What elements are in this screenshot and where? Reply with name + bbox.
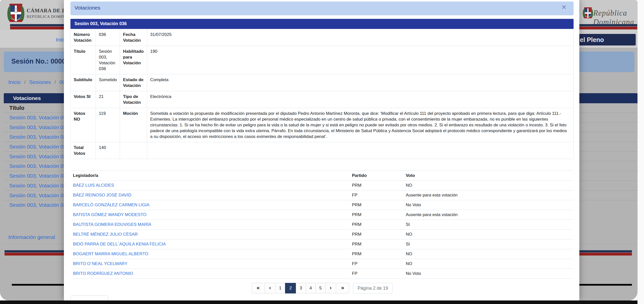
detail-label-2: Estado de Votación [120,74,147,91]
pagination-first-button[interactable]: « [251,283,265,293]
sidebar-votacion-link[interactable]: Sesión 003, Votación 035 [9,154,69,159]
coat-of-arms-icon-right [583,7,593,19]
section-header-text: Sesión 003, Votación 036 [74,21,127,26]
legislator-name-cell: BATISTA GÓMEZ WANDY MODESTO [70,210,349,220]
coat-of-arms-icon [7,3,25,23]
legislator-vote-cell: NO [403,259,574,269]
detail-row: Número Votación 036 Fecha Votación 31/07… [71,29,574,46]
detail-label-1: Total Votos [71,142,96,159]
legislators-table: Legislador/a Partido Voto BÁEZ LUIS ALCI… [70,171,574,279]
sidebar-votacion-link[interactable]: Sesión 003, Votación 037 [9,173,69,179]
detail-label-1: Título [71,46,96,74]
detail-label-2: Moción [120,108,147,142]
detail-label-1: Número Votación [71,29,96,46]
footer-links: Información general H [8,234,68,240]
detail-row: Subtitulo Sometido Estado de Votación Co… [71,74,574,91]
legislator-party-cell: PRM [349,210,403,220]
legislator-vote-cell: SI [403,239,574,249]
legislator-row: BATISTA GÓMEZ WANDY MODESTO PRM Ausente … [70,210,574,220]
pagination-page-button[interactable]: 5 [315,283,326,293]
legislator-name-cell: BÁEZ LUIS ALCIDES [70,181,349,190]
legislator-link[interactable]: BRITO RODRÍGUEZ ANTONIO [73,271,133,276]
detail-value-2 [147,142,574,159]
vote-details-table: Número Votación 036 Fecha Votación 31/07… [70,29,574,159]
legislator-row: BIDÓ PARRA DE DELL´AQUILA KENIA FELICIA … [70,239,574,249]
pagination-prev-button[interactable]: ‹ [265,283,275,293]
link-informacion-general[interactable]: Información general [8,234,55,240]
legislator-row: BAUTISTA GOMERA EDUVIGES MARÍA PRM SI [70,220,574,230]
legislator-vote-cell: No Voto [403,200,574,210]
detail-label-2 [120,142,147,159]
legislator-link[interactable]: BÁEZ LUIS ALCIDES [73,183,114,188]
legislator-party-cell: PRM [349,239,403,249]
close-icon[interactable]: ✕ [561,4,567,10]
detail-value-1: 036 [96,29,120,46]
pagination-page-button[interactable]: 3 [296,283,306,293]
legislator-link[interactable]: BAUTISTA GOMERA EDUVIGES MARÍA [73,222,151,227]
detail-label-1: Votos SI [71,91,96,108]
sidebar-votacion-link[interactable]: Sesión 003, Votación 032 [9,124,69,130]
legislator-party-cell: PRM [349,249,403,259]
detail-value-2: 31/07/2025 [147,29,574,46]
breadcrumb-sesiones[interactable]: Sesiones [29,79,51,85]
legislator-link[interactable]: BATISTA GÓMEZ WANDY MODESTO [73,212,146,217]
col-header-partido: Partido [349,171,403,181]
legislator-link[interactable]: BÁEZ REINOSO JOSÉ DAVID [73,193,131,197]
detail-row: Título Sesión 003, Votación 036 Habilita… [71,46,574,74]
modal-title: Votaciones [74,5,100,11]
detail-value-1: Sesión 003, Votación 036 [96,46,120,74]
sidebar-votacion-link[interactable]: Sesión 003, Votación 039 [9,192,69,198]
legislator-name-cell: BARCELÓ GONZÁLEZ CARMEN LIGIA [70,200,349,210]
sidebar-votacion-link[interactable]: Sesión 003, Votación 036 [9,163,69,169]
legislator-vote-cell: NO [403,249,574,259]
legislator-name-cell: BÁEZ REINOSO JOSÉ DAVID [70,190,349,200]
legislator-party-cell: PRM [349,230,403,239]
legislator-row: BÁEZ REINOSO JOSÉ DAVID FP Ausente para … [70,190,574,200]
legislator-name-cell: BOGAERT MARRA MIGUEL ALBERTO [70,249,349,259]
legislator-name-cell: BIDÓ PARRA DE DELL´AQUILA KENIA FELICIA [70,239,349,249]
votaciones-modal: Votaciones ✕ Sesión 003, Votación 036 Nú… [64,0,579,300]
breadcrumb-separator: / [24,79,26,85]
pagination: « ‹ 1 2 3 4 5 › » [251,283,349,293]
legislator-link[interactable]: BIDÓ PARRA DE DELL´AQUILA KENIA FELICIA [73,242,166,246]
sidebar-votacion-link[interactable]: Sesión 003, Votación 031 [9,115,69,120]
detail-label-1: Subtitulo [71,74,96,91]
sidebar-votacion-link[interactable]: Sesión 003, Votación 038 [9,183,69,188]
detail-row: Votos NO 119 Moción Sometida a votación … [71,108,574,142]
legislator-vote-cell: No Voto [403,269,574,279]
modal-header: Votaciones ✕ [70,2,574,15]
detail-value-1: 119 [96,108,120,142]
legislator-row: BRITO RODRÍGUEZ ANTONIO FP No Voto [70,269,574,279]
detail-row: Total Votos 140 [71,142,574,159]
pagination-status: Página 2 de 19 [353,283,393,293]
legislator-link[interactable]: BRITO O´NEAL YCELMARY [73,261,128,266]
detail-value-2: Electrónica [147,91,574,108]
legislator-row: BARCELÓ GONZÁLEZ CARMEN LIGIA PRM No Vot… [70,200,574,210]
pagination-page-button[interactable]: 1 [275,283,285,293]
votaciones-header-text: Votaciones [13,95,41,101]
pagination-last-button[interactable]: » [336,283,349,293]
sidebar-votacion-link[interactable]: Sesión 003, Votación 033 [9,134,69,140]
legislator-name-cell: BRITO O´NEAL YCELMARY [70,259,349,269]
legislator-link[interactable]: BELTRÉ MÉNDEZ JULIO CÉSAR [73,232,138,237]
window-bottom-edge [0,300,637,304]
legislator-party-cell: PRM [349,181,403,190]
detail-label-2: Tipo de Votación [120,91,147,108]
legislator-link[interactable]: BOGAERT MARRA MIGUEL ALBERTO [73,251,148,256]
legislator-party-cell: FP [349,259,403,269]
browser-scrollbar-track[interactable] [637,0,644,304]
legislator-link[interactable]: BARCELÓ GONZÁLEZ CARMEN LIGIA [73,202,149,207]
legislator-row: BELTRÉ MÉNDEZ JULIO CÉSAR PRM NO [70,230,574,239]
detail-value-2: Sometida a votación la propuesta de modi… [147,108,574,142]
legislator-name-cell: BRITO RODRÍGUEZ ANTONIO [70,269,349,279]
legislators-header-row: Legislador/a Partido Voto [70,171,574,181]
pagination-page-button-active[interactable]: 2 [285,283,296,293]
breadcrumb-inicio[interactable]: Inicio [8,79,21,85]
legislator-row: BRITO O´NEAL YCELMARY FP NO [70,259,574,269]
sidebar-votacion-link[interactable]: Sesión 003, Votación 040 [9,202,69,208]
pagination-next-button[interactable]: › [325,283,336,293]
legislator-vote-cell: SI [403,220,574,230]
col-header-legislador: Legislador/a [70,171,349,181]
sidebar-votacion-link[interactable]: Sesión 003, Votación 034 [9,144,69,149]
pagination-page-button[interactable]: 4 [306,283,316,293]
